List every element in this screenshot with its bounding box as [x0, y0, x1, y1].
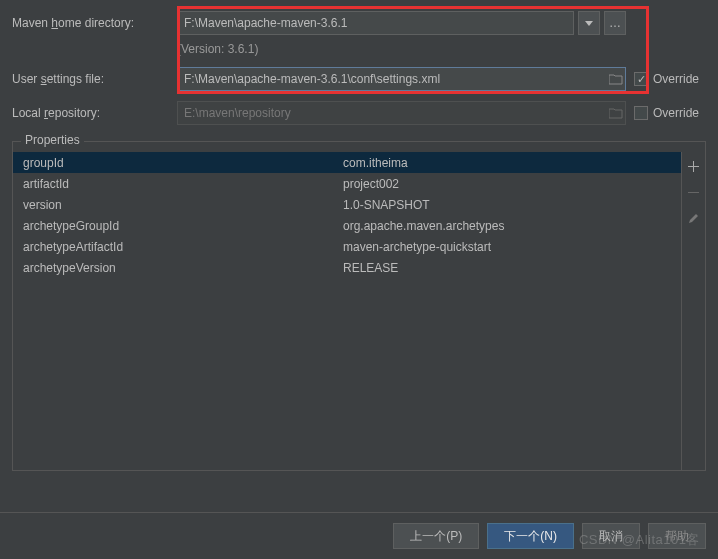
property-value: 1.0-SNAPSHOT: [343, 198, 430, 212]
override-label: Override: [653, 106, 699, 120]
chevron-down-icon: [585, 21, 593, 26]
table-row[interactable]: version1.0-SNAPSHOT: [13, 194, 681, 215]
property-key: version: [23, 198, 343, 212]
user-settings-input[interactable]: [177, 67, 626, 91]
property-value: com.itheima: [343, 156, 408, 170]
folder-icon: [606, 101, 626, 125]
svg-rect-0: [688, 192, 699, 193]
checkbox-icon: [634, 72, 648, 86]
settings-form: Maven home directory: … X (Version: 3.6.…: [0, 0, 718, 126]
table-row[interactable]: archetypeVersionRELEASE: [13, 257, 681, 278]
checkbox-icon: [634, 106, 648, 120]
plus-icon: [688, 161, 699, 172]
override-label: Override: [653, 72, 699, 86]
table-row[interactable]: groupIdcom.itheima: [13, 152, 681, 173]
help-button[interactable]: 帮助: [648, 523, 706, 549]
dialog-button-bar: 上一个(P) 下一个(N) 取消 帮助: [0, 512, 718, 559]
local-repo-input: [177, 101, 626, 125]
properties-title: Properties: [21, 133, 84, 147]
table-row[interactable]: artifactIdproject002: [13, 173, 681, 194]
user-settings-override[interactable]: Override: [634, 72, 706, 86]
previous-button[interactable]: 上一个(P): [393, 523, 479, 549]
add-button[interactable]: [684, 156, 704, 176]
minus-icon: [688, 187, 699, 198]
property-key: groupId: [23, 156, 343, 170]
local-repo-override[interactable]: Override: [634, 106, 706, 120]
remove-button[interactable]: [684, 182, 704, 202]
user-settings-row: User settings file: Override: [12, 66, 706, 92]
maven-home-input[interactable]: [177, 11, 574, 35]
maven-home-row: Maven home directory: … X: [12, 10, 706, 36]
property-value: maven-archetype-quickstart: [343, 240, 491, 254]
property-value: RELEASE: [343, 261, 398, 275]
edit-button[interactable]: [684, 208, 704, 228]
maven-home-browse-button[interactable]: …: [604, 11, 626, 35]
cancel-button[interactable]: 取消: [582, 523, 640, 549]
properties-panel: Properties groupIdcom.itheimaartifactIdp…: [12, 141, 706, 471]
table-row[interactable]: archetypeGroupIdorg.apache.maven.archety…: [13, 215, 681, 236]
property-key: archetypeGroupId: [23, 219, 343, 233]
maven-home-label: Maven home directory:: [12, 16, 177, 30]
maven-home-dropdown-button[interactable]: [578, 11, 600, 35]
properties-toolbar: [681, 152, 705, 470]
folder-icon[interactable]: [606, 67, 626, 91]
next-button[interactable]: 下一个(N): [487, 523, 574, 549]
table-row[interactable]: archetypeArtifactIdmaven-archetype-quick…: [13, 236, 681, 257]
maven-version-text: (Version: 3.6.1): [12, 42, 706, 56]
properties-table[interactable]: groupIdcom.itheimaartifactIdproject002ve…: [13, 152, 681, 470]
property-value: org.apache.maven.archetypes: [343, 219, 504, 233]
user-settings-label: User settings file:: [12, 72, 177, 86]
property-key: archetypeArtifactId: [23, 240, 343, 254]
local-repo-label: Local repository:: [12, 106, 177, 120]
local-repo-row: Local repository: Override: [12, 100, 706, 126]
property-value: project002: [343, 177, 399, 191]
property-key: archetypeVersion: [23, 261, 343, 275]
pencil-icon: [688, 213, 699, 224]
property-key: artifactId: [23, 177, 343, 191]
